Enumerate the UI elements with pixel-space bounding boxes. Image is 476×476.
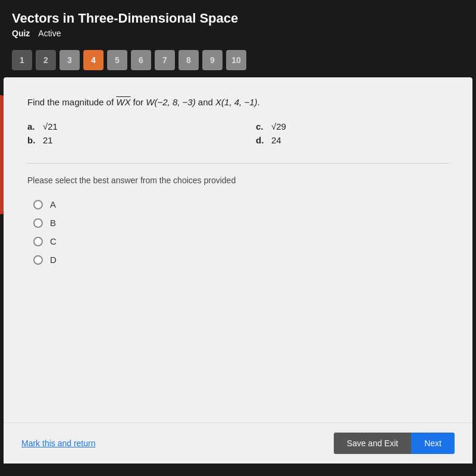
radio-circle-c — [33, 237, 43, 246]
vector-label: WX — [116, 97, 130, 107]
radio-circle-b — [33, 218, 43, 228]
radio-label-d: D — [50, 255, 57, 265]
footer-buttons: Save and Exit Next — [334, 433, 455, 454]
question-btn-5[interactable]: 5 — [107, 50, 127, 70]
question-btn-10[interactable]: 10 — [226, 50, 246, 70]
question-btn-7[interactable]: 7 — [155, 50, 175, 70]
save-exit-button[interactable]: Save and Exit — [334, 433, 411, 454]
question-btn-6[interactable]: 6 — [131, 50, 151, 70]
question-navigation: 1 2 3 4 5 6 7 8 9 10 — [0, 44, 476, 77]
question-btn-1[interactable]: 1 — [12, 50, 32, 70]
point-x: X(1, 4, −1) — [215, 97, 257, 107]
page-title: Vectors in Three-Dimensional Space — [12, 11, 464, 26]
header: Vectors in Three-Dimensional Space Quiz … — [0, 0, 476, 44]
active-badge: Active — [38, 29, 61, 38]
answer-a: a. √21 — [27, 121, 220, 131]
radio-options: A B C D — [33, 199, 449, 265]
radio-label-a: A — [50, 199, 56, 209]
question-text: Find the magnitude of WX for W(−2, 8, −3… — [27, 95, 449, 109]
radio-option-d[interactable]: D — [33, 255, 449, 265]
instruction-text: Please select the best answer from the c… — [27, 176, 449, 185]
question-btn-8[interactable]: 8 — [178, 50, 199, 70]
radio-option-b[interactable]: B — [33, 218, 449, 228]
next-button[interactable]: Next — [411, 433, 455, 454]
mark-return-link[interactable]: Mark this and return — [21, 439, 96, 448]
answer-c: c. √29 — [256, 121, 449, 131]
question-btn-3[interactable]: 3 — [60, 50, 80, 70]
question-btn-4[interactable]: 4 — [83, 50, 104, 70]
quiz-label: Quiz — [12, 29, 30, 38]
answer-d: d. 24 — [256, 135, 449, 145]
main-content: Find the magnitude of WX for W(−2, 8, −3… — [4, 77, 472, 422]
answer-b: b. 21 — [27, 135, 220, 145]
answers-grid: a. √21 c. √29 b. 21 d. 24 — [27, 121, 449, 145]
question-btn-2[interactable]: 2 — [36, 50, 56, 70]
radio-option-c[interactable]: C — [33, 236, 449, 246]
radio-circle-a — [33, 200, 43, 209]
divider — [27, 163, 449, 164]
radio-circle-d — [33, 255, 43, 265]
point-w: W(−2, 8, −3) — [146, 97, 195, 107]
radio-label-c: C — [50, 236, 57, 246]
question-btn-9[interactable]: 9 — [202, 50, 223, 70]
footer: Mark this and return Save and Exit Next — [4, 422, 472, 464]
radio-label-b: B — [50, 218, 56, 228]
header-subtitle: Quiz Active — [12, 29, 464, 38]
radio-option-a[interactable]: A — [33, 199, 449, 209]
